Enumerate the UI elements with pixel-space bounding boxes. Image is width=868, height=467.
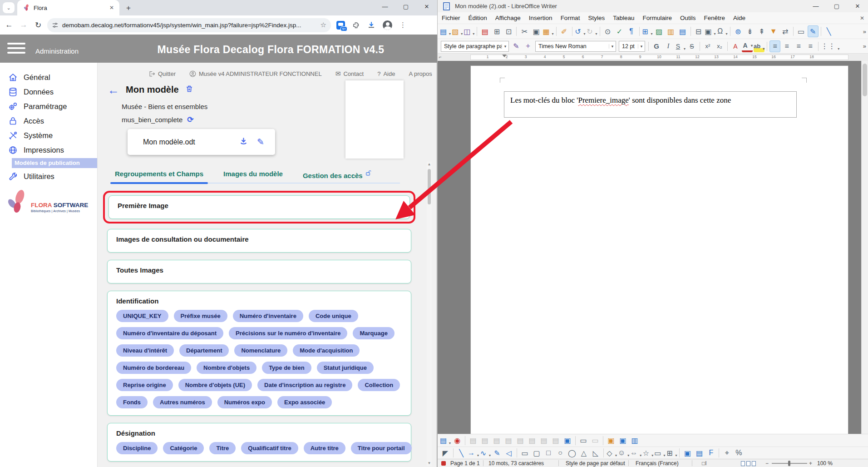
form-controls-icon[interactable]: ◉ bbox=[452, 435, 463, 447]
scrollbar-thumb[interactable] bbox=[428, 169, 431, 204]
field-chip-autre-titre[interactable]: Autre titre bbox=[304, 442, 345, 454]
clear-formatting-button[interactable]: A bbox=[730, 40, 741, 52]
help-link[interactable]: ? Aide bbox=[377, 70, 395, 77]
field-chip-reprise-origine[interactable]: Reprise origine bbox=[116, 379, 173, 391]
stars-icon[interactable]: ☆ bbox=[642, 447, 653, 459]
line-icon[interactable]: ╲ bbox=[456, 447, 467, 459]
field-chip-code-unique[interactable]: Code unique bbox=[309, 310, 358, 322]
comment-icon[interactable]: ▭ bbox=[796, 25, 807, 37]
new-record-icon[interactable]: ▤ bbox=[538, 435, 549, 447]
print-icon[interactable]: ⊞ bbox=[491, 25, 502, 37]
status-zoom-level[interactable]: 100 % bbox=[817, 460, 833, 467]
field-chip-date-dinscription-au-registre[interactable]: Date d'inscription au registre bbox=[257, 379, 352, 391]
tab-close-icon[interactable]: ✕ bbox=[108, 4, 116, 12]
update-style-icon[interactable]: ✎ bbox=[511, 40, 522, 52]
data-columns-icon[interactable]: ▥ bbox=[629, 435, 640, 447]
zoom-out-icon[interactable]: − bbox=[765, 460, 769, 467]
tab-search-chevron-icon[interactable]: ⌄ bbox=[3, 2, 15, 13]
select-icon[interactable]: ◤ bbox=[440, 447, 451, 459]
field-chip-qualificatif-titre[interactable]: Qualificatif titre bbox=[241, 442, 298, 454]
unordered-list-button[interactable]: ⋮⋮ bbox=[821, 40, 839, 52]
insert-textbox-icon[interactable]: ▤ bbox=[677, 25, 688, 37]
strikethrough-button[interactable]: S bbox=[686, 40, 697, 52]
paragraph-style-select[interactable]: Style de paragraphe par déf▾ bbox=[441, 41, 509, 52]
field-chip-discipline[interactable]: Discipline bbox=[116, 442, 158, 454]
sidebar-item-utilitaires[interactable]: Utilitaires bbox=[0, 169, 97, 184]
extensions-puzzle-icon[interactable] bbox=[352, 21, 360, 29]
sidebar-item-donnees[interactable]: Données bbox=[0, 84, 97, 99]
endnote-icon[interactable]: ⇞ bbox=[756, 25, 767, 37]
save-icon[interactable]: ◫ bbox=[464, 25, 474, 37]
field-chip-unique-key[interactable]: UNIQUE_KEY bbox=[116, 310, 168, 322]
back-button[interactable]: ← bbox=[108, 85, 119, 95]
export-pdf-icon[interactable]: ▤ bbox=[479, 25, 490, 37]
font-size-select[interactable]: 12 pt▾ bbox=[619, 41, 645, 52]
address-bar[interactable]: demobam.decalog.net/formationv45/jsp/sys… bbox=[47, 18, 331, 32]
contact-link[interactable]: ✉ Contact bbox=[335, 70, 364, 77]
field-chip-titre-pour-portail[interactable]: Titre pour portail bbox=[351, 442, 412, 454]
align-right-button[interactable]: ≡ bbox=[793, 40, 804, 52]
copy-icon[interactable]: ▣ bbox=[531, 25, 542, 37]
field-chip-statut-juridique[interactable]: Statut juridique bbox=[317, 362, 374, 374]
comment-icon[interactable]: ▭ bbox=[578, 435, 589, 447]
refresh-icon[interactable]: ⟳ bbox=[187, 115, 193, 124]
show-handles-icon[interactable]: % bbox=[733, 447, 744, 459]
field-chip-mode-dacquisition[interactable]: Mode d'acquisition bbox=[293, 344, 360, 357]
writer-minimize-button[interactable]: — bbox=[805, 0, 826, 13]
insert-table-icon[interactable]: ⊞ bbox=[642, 25, 653, 37]
field-chip-nomenclature[interactable]: Nomenclature bbox=[234, 344, 287, 357]
fontwork-icon[interactable]: F bbox=[705, 447, 716, 459]
forward-icon[interactable]: → bbox=[16, 20, 31, 30]
document-area[interactable]: Les mot-clés du bloc 'Premiere_image' so… bbox=[438, 61, 868, 434]
insert-field-icon[interactable]: ▣ bbox=[705, 25, 716, 37]
clone-formatting-icon[interactable]: ✐ bbox=[559, 25, 570, 37]
toolbar-overflow-icon[interactable]: » bbox=[863, 28, 866, 35]
menu-formulaire[interactable]: Formulaire bbox=[638, 15, 676, 21]
insert-image-icon[interactable]: ▨ bbox=[654, 25, 665, 37]
field-chip-categorie[interactable]: Catégorie bbox=[163, 442, 204, 454]
next-record-icon[interactable]: ▤ bbox=[491, 435, 502, 447]
browser-minimize-button[interactable]: — bbox=[375, 0, 395, 15]
block-premiere-image[interactable]: Première Image bbox=[108, 195, 410, 219]
document-page[interactable]: Les mot-clés du bloc 'Premiere_image' so… bbox=[470, 65, 848, 434]
status-page-style[interactable]: Style de page par défaut bbox=[566, 460, 625, 467]
copy-frame-icon[interactable]: ▣ bbox=[617, 435, 628, 447]
text-frame-icon[interactable]: ▤ bbox=[694, 447, 705, 459]
comment-off-icon[interactable]: ▭ bbox=[590, 435, 601, 447]
status-word-count[interactable]: 10 mots, 73 caractères bbox=[488, 460, 544, 467]
about-link[interactable]: A propos bbox=[409, 70, 432, 77]
block-arrows-icon[interactable]: ⇔ bbox=[630, 447, 641, 459]
edit-file-button[interactable]: ✎ bbox=[257, 137, 264, 147]
writer-maximize-button[interactable]: ▢ bbox=[826, 0, 847, 13]
align-justify-button[interactable]: ≡ bbox=[805, 40, 816, 52]
browser-close-button[interactable]: ✕ bbox=[416, 0, 437, 15]
flowchart-icon[interactable]: ⊞ bbox=[666, 447, 677, 459]
site-settings-icon[interactable] bbox=[52, 22, 59, 29]
menu-styles[interactable]: Styles bbox=[584, 15, 609, 21]
field-chip-departement[interactable]: Département bbox=[179, 344, 229, 357]
field-chip-nombre-dobjets[interactable]: Nombre d'objets bbox=[197, 362, 256, 374]
scroll-up-icon[interactable]: ▲ bbox=[427, 162, 432, 167]
block-images-de-consultation-ou-documentaire[interactable]: Images de consultation ou documentaire bbox=[107, 229, 411, 253]
redo-icon[interactable]: ↻ bbox=[587, 25, 597, 37]
field-chip-prefixe-musee[interactable]: Préfixe musée bbox=[174, 310, 227, 322]
field-chip-numero-dinventaire-du-deposant[interactable]: Numéro d'inventaire du déposant bbox=[116, 327, 223, 339]
sidebar-item-systeme[interactable]: Système bbox=[0, 128, 97, 143]
triangle-icon[interactable]: △ bbox=[578, 447, 589, 459]
rectangle-icon[interactable]: ▭ bbox=[519, 447, 530, 459]
cut-icon[interactable]: ✂ bbox=[519, 25, 530, 37]
align-left-button[interactable]: ≡ bbox=[769, 40, 780, 52]
menu-aide[interactable]: Aide bbox=[729, 15, 750, 21]
field-chip-numero-de-bordereau[interactable]: Numéro de bordereau bbox=[116, 362, 191, 374]
block-designation[interactable]: DésignationDisciplineCatégorieTitreQuali… bbox=[107, 423, 411, 462]
subscript-button[interactable]: x₂ bbox=[714, 40, 725, 52]
sidebar-item-parametrage[interactable]: Paramétrage bbox=[0, 99, 97, 114]
edit-points-icon[interactable]: ⌖ bbox=[721, 447, 732, 459]
field-chip-titre[interactable]: Titre bbox=[209, 442, 236, 454]
menu-fenetre[interactable]: Fenêtre bbox=[700, 15, 729, 21]
status-language[interactable]: Français (France) bbox=[636, 460, 679, 467]
menu-edition[interactable]: Édition bbox=[464, 15, 491, 21]
menu-tableau[interactable]: Tableau bbox=[609, 15, 638, 21]
bookmark-star-icon[interactable]: ☆ bbox=[321, 21, 326, 29]
profile-avatar[interactable] bbox=[383, 20, 392, 30]
